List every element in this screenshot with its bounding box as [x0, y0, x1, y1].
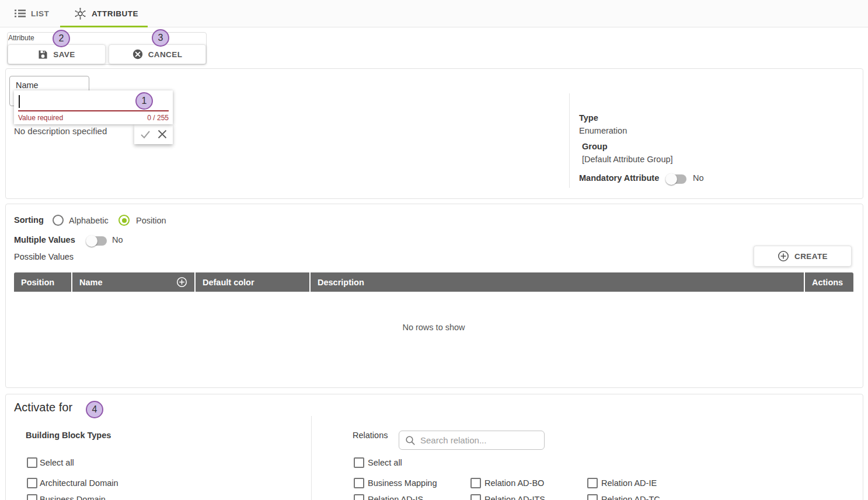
bbt-architectural-domain-label[interactable]: Architectural Domain: [40, 478, 118, 488]
bbt-business-domain-checkbox[interactable]: [27, 494, 37, 500]
save-button-label: SAVE: [53, 50, 75, 59]
type-label: Type: [579, 113, 598, 123]
confirm-icon[interactable]: [140, 128, 151, 140]
type-value: Enumeration: [579, 126, 627, 135]
multiple-values-toggle[interactable]: [88, 236, 107, 246]
mandatory-toggle[interactable]: [667, 174, 686, 184]
radio-alphabetic-label[interactable]: Alphabetic: [69, 216, 109, 225]
create-button[interactable]: CREATE: [754, 246, 852, 267]
possible-values-label: Possible Values: [14, 252, 74, 261]
col-default-color[interactable]: Default color: [196, 272, 309, 292]
radio-position-label[interactable]: Position: [136, 216, 166, 225]
detail-divider: [569, 93, 570, 188]
col-name-label: Name: [79, 278, 103, 287]
toggle-knob: [86, 235, 97, 247]
callout-badge-1: 1: [135, 92, 153, 110]
table-empty-message: No rows to show: [14, 323, 853, 332]
sorting-label: Sorting: [14, 215, 44, 225]
relation-ad-ie-label[interactable]: Relation AD-IE: [601, 478, 657, 488]
multiple-values-value: No: [112, 235, 123, 244]
radio-position[interactable]: [118, 215, 130, 226]
relation-ad-ie-checkbox[interactable]: [587, 478, 598, 488]
char-counter: 0 / 255: [147, 114, 169, 122]
save-icon: [38, 50, 48, 60]
bbt-business-domain-label[interactable]: Business Domain: [40, 495, 106, 500]
relation-ad-tc-checkbox[interactable]: [587, 494, 598, 500]
description-placeholder[interactable]: No description specified: [14, 126, 107, 136]
relation-ad-tc-label[interactable]: Relation AD-TC: [601, 495, 660, 500]
cancel-button-label: CANCEL: [148, 50, 183, 59]
toggle-knob: [665, 173, 677, 185]
building-block-types-label: Building Block Types: [26, 431, 111, 440]
callout-badge-3: 3: [152, 29, 169, 47]
bbt-select-all-label[interactable]: Select all: [40, 458, 74, 467]
name-edit-actions: [134, 124, 173, 144]
relation-business-mapping-label[interactable]: Business Mapping: [368, 478, 437, 488]
error-underline: [18, 110, 169, 111]
mandatory-label: Mandatory Attribute: [579, 173, 659, 183]
callout-badge-4: 4: [86, 401, 103, 418]
relation-search-input[interactable]: [420, 432, 540, 449]
relation-ad-its-label[interactable]: Relation AD-ITS: [484, 495, 545, 500]
cancel-button[interactable]: CANCEL: [109, 44, 206, 64]
callout-badge-2: 2: [53, 30, 70, 47]
col-actions[interactable]: Actions: [805, 272, 853, 292]
col-name[interactable]: Name: [72, 272, 194, 292]
save-button[interactable]: SAVE: [8, 44, 106, 64]
name-field-label: Name: [16, 81, 39, 90]
bbt-architectural-domain-checkbox[interactable]: [27, 478, 37, 488]
tab-list[interactable]: LIST: [15, 0, 49, 27]
tab-list-label: LIST: [31, 9, 49, 18]
multiple-values-label: Multiple Values: [14, 235, 75, 244]
mandatory-value: No: [693, 173, 704, 183]
radio-alphabetic[interactable]: [53, 215, 64, 226]
values-table-header: Position Name Default color Description …: [14, 272, 853, 292]
relation-ad-its-checkbox[interactable]: [470, 494, 481, 500]
col-position[interactable]: Position: [14, 272, 71, 292]
attribute-group-label: Attribute: [8, 34, 34, 42]
col-description[interactable]: Description: [311, 272, 804, 292]
attribute-editor-screen: LIST ATTRIBUTE Attribute SAV: [0, 0, 868, 500]
relation-ad-bo-label[interactable]: Relation AD-BO: [484, 478, 544, 488]
relations-label: Relations: [353, 431, 388, 440]
name-input[interactable]: [19, 94, 135, 108]
group-value: [Default Attribute Group]: [582, 155, 673, 164]
relation-search: [399, 431, 545, 450]
add-column-icon[interactable]: [176, 277, 187, 288]
group-label: Group: [582, 142, 608, 151]
tab-attribute[interactable]: ATTRIBUTE: [74, 0, 138, 27]
add-circle-icon: [778, 250, 789, 262]
close-icon[interactable]: [157, 129, 168, 139]
hub-icon: [74, 8, 86, 20]
relation-ad-is-checkbox[interactable]: [354, 494, 364, 500]
activate-divider: [311, 416, 312, 500]
validation-error: Value required: [18, 114, 63, 122]
relation-business-mapping-checkbox[interactable]: [354, 478, 364, 488]
relation-ad-is-label[interactable]: Relation AD-IS: [368, 495, 423, 500]
possible-values-card: [5, 204, 863, 388]
relations-select-all-checkbox[interactable]: [354, 457, 364, 468]
create-button-label: CREATE: [794, 252, 828, 261]
bbt-select-all-checkbox[interactable]: [27, 457, 37, 468]
tab-attribute-label: ATTRIBUTE: [92, 9, 138, 18]
activate-for-title: Activate for: [14, 401, 72, 414]
text-caret: [19, 95, 20, 108]
relation-ad-bo-checkbox[interactable]: [470, 478, 481, 488]
active-tab-indicator: [60, 26, 148, 27]
list-icon: [15, 9, 26, 18]
relations-select-all-label[interactable]: Select all: [368, 458, 402, 467]
tab-bar: LIST ATTRIBUTE: [0, 0, 868, 27]
cancel-icon: [133, 49, 143, 60]
search-icon: [405, 435, 416, 446]
